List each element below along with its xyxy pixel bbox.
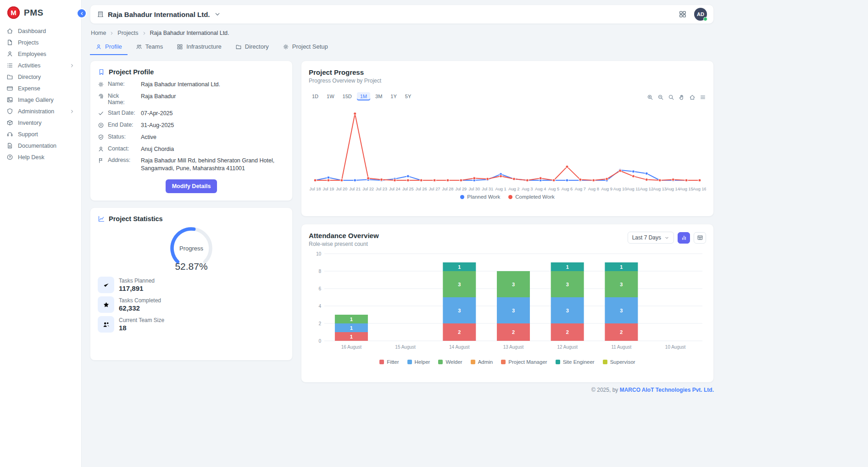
svg-text:14 August: 14 August [449,345,470,350]
legend-item-helper[interactable]: Helper [407,359,430,365]
range-button-1m[interactable]: 1M [357,92,370,100]
sidebar-collapse-button[interactable] [78,9,86,17]
zoom-in-icon[interactable] [647,94,653,100]
field-label: Name: [108,81,137,87]
tab-infrastructure[interactable]: Infrastructure [171,40,227,55]
range-button-15d[interactable]: 15D [339,92,355,100]
footer: © 2025, by MARCO AIoT Technologies Pvt. … [90,387,714,396]
line-chart: Jul 18Jul 19Jul 20Jul 21Jul 22Jul 23Jul … [309,101,706,193]
range-button-1d[interactable]: 1D [309,92,322,100]
home-icon[interactable] [689,94,696,100]
svg-text:12 August: 12 August [557,345,578,350]
stat-label: Tasks Planned [119,278,155,284]
legend-item-fitter[interactable]: Fitter [379,359,399,365]
tab-project-setup[interactable]: Project Setup [277,40,334,55]
company-selector[interactable]: Raja Bahadur International Ltd. [97,11,221,18]
stat-row-current-team-size: Current Team Size18 [98,316,285,333]
tab-label: Project Setup [292,43,328,50]
sidebar-item-expense[interactable]: Expense [0,83,81,94]
legend-item-admin[interactable]: Admin [471,359,493,365]
pan-icon[interactable] [679,94,685,100]
breadcrumb-separator-icon [109,31,114,36]
sidebar-item-employees[interactable]: Employees [0,48,81,60]
online-status-dot [703,17,707,21]
avatar[interactable]: AD [694,8,707,21]
breadcrumb-item-home[interactable]: Home [91,30,106,36]
svg-text:2: 2 [458,329,461,335]
svg-text:1: 1 [566,264,569,270]
sidebar-nav: DashboardProjectsEmployeesActivitiesDire… [0,25,81,163]
sidebar-item-label: Administration [18,108,54,115]
stat-row-tasks-planned: Tasks Planned117,891 [98,277,285,293]
flag-icon [98,157,104,164]
tab-teams[interactable]: Teams [130,40,168,55]
legend-label: Planned Work [467,194,500,200]
sidebar-item-help-desk[interactable]: Help Desk [0,151,81,163]
date-range-select[interactable]: Last 7 Days [628,232,674,244]
tab-profile[interactable]: Profile [90,40,128,55]
field-value: Raja Bahadur [141,93,285,100]
chevron-right-icon [69,63,75,68]
sidebar-item-dashboard[interactable]: Dashboard [0,25,81,37]
selection-zoom-icon[interactable] [668,94,674,100]
tab-directory[interactable]: Directory [230,40,274,55]
range-button-5y[interactable]: 5Y [402,92,414,100]
inventory-icon [6,119,13,126]
legend-swatch [501,360,506,364]
apps-grid-icon[interactable] [679,10,687,18]
sidebar-item-administration[interactable]: Administration [0,106,81,117]
legend-label: Site Engineer [563,359,595,365]
select-value: Last 7 Days [632,234,661,241]
field-label: End Date: [108,122,137,128]
sidebar-item-directory[interactable]: Directory [0,71,81,83]
breadcrumb-item-projects[interactable]: Projects [117,30,138,36]
sidebar-item-projects[interactable]: Projects [0,37,81,48]
sidebar-item-support[interactable]: Support [0,128,81,140]
sidebar-item-label: Inventory [18,120,41,126]
svg-text:Jul 27: Jul 27 [429,187,440,191]
range-button-1y[interactable]: 1Y [387,92,400,100]
legend-swatch [556,360,560,364]
svg-text:10 August: 10 August [665,345,686,350]
sidebar-item-activities[interactable]: Activities [0,60,81,71]
sidebar-item-label: Image Gallery [18,97,54,103]
sidebar-item-label: Help Desk [18,154,45,161]
zoom-out-icon[interactable] [657,94,664,100]
project-progress-card: Project Progress Progress Overview by Pr… [301,61,714,217]
legend-item-completed-work[interactable]: Completed Work [508,194,554,200]
field-row-name: Name:Raja Bahadur International Ltd. [98,81,285,89]
footer-link[interactable]: MARCO AIoT Technologies Pvt. Ltd. [620,387,714,393]
menu-icon[interactable] [700,94,706,100]
chevron-right-icon [69,109,75,114]
legend-swatch [438,360,443,364]
svg-text:Aug 5: Aug 5 [548,187,559,191]
modify-details-button[interactable]: Modify Details [166,179,217,193]
legend-item-project-manager[interactable]: Project Manager [501,359,547,365]
right-column: Project Progress Progress Overview by Pr… [301,61,714,383]
svg-text:Aug 12: Aug 12 [640,187,653,191]
legend-item-supervisor[interactable]: Supervisor [603,359,635,365]
svg-text:Aug 6: Aug 6 [562,187,573,191]
field-label: Contact: [108,145,137,152]
svg-text:Jul 31: Jul 31 [482,187,493,191]
sidebar-item-documentation[interactable]: Documentation [0,140,81,151]
field-value: Raja Bahadur Mill Rd, behind Sheraton Gr… [141,157,285,172]
sidebar-item-image-gallery[interactable]: Image Gallery [0,94,81,106]
legend-item-planned-work[interactable]: Planned Work [460,194,500,200]
range-button-3m[interactable]: 3M [372,92,385,100]
range-button-1w[interactable]: 1W [323,92,338,100]
line-chart-legend: Planned WorkCompleted Work [309,194,706,200]
top-header: Raja Bahadur International Ltd. AD [90,5,714,24]
svg-text:Jul 25: Jul 25 [402,187,414,191]
documentation-icon [6,142,13,149]
expense-icon [6,85,13,92]
table-view-button[interactable] [694,232,706,244]
bar-view-button[interactable] [678,232,690,244]
svg-text:6: 6 [318,286,321,291]
legend-item-welder[interactable]: Welder [438,359,462,365]
svg-text:Aug 2: Aug 2 [508,187,519,191]
sidebar-item-inventory[interactable]: Inventory [0,117,81,128]
legend-item-site-engineer[interactable]: Site Engineer [556,359,595,365]
infrastructure-icon [177,44,183,50]
svg-text:13 August: 13 August [503,345,524,350]
